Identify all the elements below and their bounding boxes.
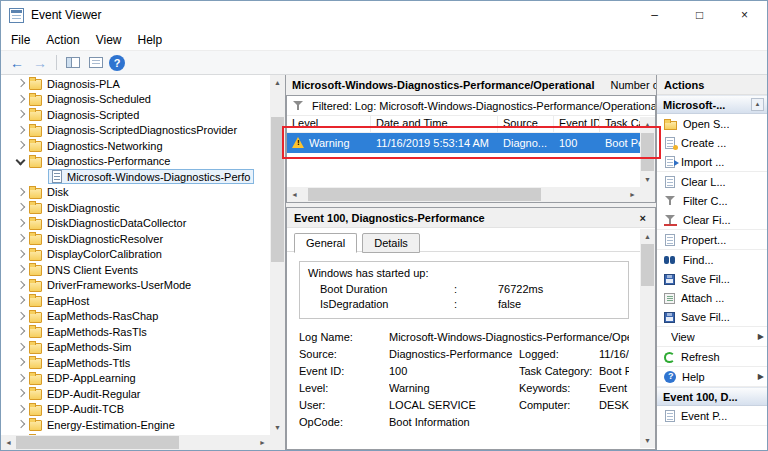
export-list-icon[interactable] xyxy=(86,53,106,73)
back-arrow-icon[interactable]: ← xyxy=(7,53,27,73)
scroll-down-icon[interactable]: ▼ xyxy=(640,172,655,187)
action-find[interactable]: Find... xyxy=(657,250,767,269)
help-icon[interactable]: ? xyxy=(109,55,125,71)
scrollbar-thumb[interactable] xyxy=(308,188,541,201)
scroll-up-icon[interactable]: ▲ xyxy=(270,75,285,90)
tree-item-diagnosis-pla[interactable]: Diagnosis-PLA xyxy=(1,76,270,92)
tree-item-driverframeworks-usermode[interactable]: DriverFrameworks-UserMode xyxy=(1,278,270,294)
tree-item-dns-client-events[interactable]: DNS Client Events xyxy=(1,262,270,278)
minimize-button[interactable]: – xyxy=(632,1,677,29)
action-open-s[interactable]: Open S... xyxy=(657,114,767,133)
scrollbar-thumb[interactable] xyxy=(271,117,284,262)
tree-item-disk[interactable]: Disk xyxy=(1,185,270,201)
expand-chevron-icon[interactable] xyxy=(13,76,29,91)
tree-item-eapmethods-rastls[interactable]: EapMethods-RasTls xyxy=(1,324,270,340)
expand-chevron-icon[interactable] xyxy=(13,324,29,339)
tree-item-edp-applearning[interactable]: EDP-AppLearning xyxy=(1,371,270,387)
section-scroll-up-icon[interactable]: ▲ xyxy=(751,98,764,111)
expand-chevron-icon[interactable] xyxy=(13,340,29,355)
tree-item-microsoft-windows-diagnostics-perfo[interactable]: Microsoft-Windows-Diagnostics-Perfo xyxy=(1,169,270,185)
close-button[interactable]: × xyxy=(722,1,767,29)
expand-chevron-icon[interactable] xyxy=(13,402,29,417)
scroll-up-icon[interactable]: ▲ xyxy=(640,229,655,244)
expand-chevron-icon[interactable] xyxy=(13,355,29,370)
scrollbar-track[interactable] xyxy=(270,90,285,420)
action-help[interactable]: Help▶ xyxy=(657,367,767,386)
scrollbar-track[interactable] xyxy=(16,435,255,450)
tree-vertical-scrollbar[interactable]: ▲ ▼ xyxy=(270,75,285,435)
action-save-fil[interactable]: Save Fil... xyxy=(657,269,767,288)
tree-item-diagnosis-scripteddiagnosticsprovider[interactable]: Diagnosis-ScriptedDiagnosticsProvider xyxy=(1,123,270,139)
menu-view[interactable]: View xyxy=(88,31,130,49)
tree-item-edp-audit-tcb[interactable]: EDP-Audit-TCB xyxy=(1,402,270,418)
scroll-left-icon[interactable]: ◄ xyxy=(287,187,302,202)
forward-arrow-icon[interactable]: → xyxy=(30,53,50,73)
details-close-icon[interactable]: × xyxy=(638,212,648,224)
expand-chevron-icon[interactable] xyxy=(13,185,29,200)
tree-item-eaphost[interactable]: EapHost xyxy=(1,293,270,309)
tab-general[interactable]: General xyxy=(294,233,357,253)
expand-chevron-icon[interactable] xyxy=(13,371,29,386)
tree-item-eapmethods-raschap[interactable]: EapMethods-RasChap xyxy=(1,309,270,325)
expand-chevron-icon[interactable] xyxy=(13,262,29,277)
expand-chevron-icon[interactable] xyxy=(13,386,29,401)
scrollbar-thumb[interactable] xyxy=(16,436,179,449)
events-horizontal-scrollbar[interactable]: ◄ ► xyxy=(287,187,640,202)
expand-chevron-icon[interactable] xyxy=(13,309,29,324)
expand-chevron-icon[interactable] xyxy=(13,231,29,246)
expand-chevron-icon[interactable] xyxy=(13,200,29,215)
events-vertical-scrollbar[interactable]: ▲ ▼ xyxy=(640,117,655,187)
tree-item-displaycolorcalibration[interactable]: DisplayColorCalibration xyxy=(1,247,270,263)
expand-chevron-icon[interactable] xyxy=(13,154,29,169)
scrollbar-track[interactable] xyxy=(640,132,655,172)
action-clear-fi[interactable]: Clear Fi... xyxy=(657,210,767,229)
tree-item-diskdiagnosticdatacollector[interactable]: DiskDiagnosticDataCollector xyxy=(1,216,270,232)
action-refresh[interactable]: Refresh xyxy=(657,347,767,366)
action-attach[interactable]: Attach ... xyxy=(657,288,767,307)
action-propert[interactable]: Propert... xyxy=(657,230,767,249)
action-section-microsoft[interactable]: Microsoft-...▲ xyxy=(657,95,767,114)
maximize-button[interactable]: □ xyxy=(677,1,722,29)
action-event-p[interactable]: Event P... xyxy=(657,406,767,425)
tree-item-diagnostics-networking[interactable]: Diagnostics-Networking xyxy=(1,138,270,154)
scrollbar-track[interactable] xyxy=(640,244,655,433)
scroll-down-icon[interactable]: ▼ xyxy=(270,420,285,435)
tree-item-diskdiagnostic[interactable]: DiskDiagnostic xyxy=(1,200,270,216)
tree-item-energy-estimation-engine[interactable]: Energy-Estimation-Engine xyxy=(1,417,270,433)
action-create[interactable]: Create ... xyxy=(657,133,767,152)
column-header-source[interactable]: Source xyxy=(498,116,554,132)
tree-item-diskdiagnosticresolver[interactable]: DiskDiagnosticResolver xyxy=(1,231,270,247)
menu-help[interactable]: Help xyxy=(130,31,171,49)
column-header-event-id[interactable]: Event ID xyxy=(554,116,600,132)
scroll-right-icon[interactable]: ► xyxy=(625,187,640,202)
tree-horizontal-scrollbar[interactable]: ◄ ► xyxy=(1,435,270,450)
action-view[interactable]: View▶ xyxy=(657,327,767,346)
scroll-right-icon[interactable]: ► xyxy=(255,435,270,450)
menu-file[interactable]: File xyxy=(3,31,38,49)
tree-item-diagnosis-scheduled[interactable]: Diagnosis-Scheduled xyxy=(1,92,270,108)
tree-item-eapmethods-sim[interactable]: EapMethods-Sim xyxy=(1,340,270,356)
tree-item-eapmethods-ttls[interactable]: EapMethods-Ttls xyxy=(1,355,270,371)
scroll-up-icon[interactable]: ▲ xyxy=(640,117,655,132)
expand-chevron-icon[interactable] xyxy=(13,417,29,432)
expand-chevron-icon[interactable] xyxy=(13,138,29,153)
console-tree-toggle-icon[interactable] xyxy=(63,53,83,73)
details-vertical-scrollbar[interactable]: ▲ ▼ xyxy=(640,229,655,448)
menu-action[interactable]: Action xyxy=(38,31,87,49)
action-clear-l[interactable]: Clear L... xyxy=(657,172,767,191)
scrollbar-track[interactable] xyxy=(302,187,625,202)
expand-chevron-icon[interactable] xyxy=(13,278,29,293)
expand-chevron-icon[interactable] xyxy=(13,247,29,262)
expand-chevron-icon[interactable] xyxy=(13,107,29,122)
scroll-down-icon[interactable]: ▼ xyxy=(640,433,655,448)
action-filter-c[interactable]: Filter C... xyxy=(657,191,767,210)
expand-chevron-icon[interactable] xyxy=(13,293,29,308)
expand-chevron-icon[interactable] xyxy=(13,216,29,231)
tree-item-edp-audit-regular[interactable]: EDP-Audit-Regular xyxy=(1,386,270,402)
scroll-left-icon[interactable]: ◄ xyxy=(1,435,16,450)
tree-item-diagnosis-scripted[interactable]: Diagnosis-Scripted xyxy=(1,107,270,123)
event-row[interactable]: Warning11/16/2019 5:53:14 AMDiagno...100… xyxy=(287,133,640,153)
tree-item-diagnostics-performance[interactable]: Diagnostics-Performance xyxy=(1,154,270,170)
column-header-level[interactable]: Level xyxy=(287,116,371,132)
action-import[interactable]: Import ... xyxy=(657,152,767,171)
